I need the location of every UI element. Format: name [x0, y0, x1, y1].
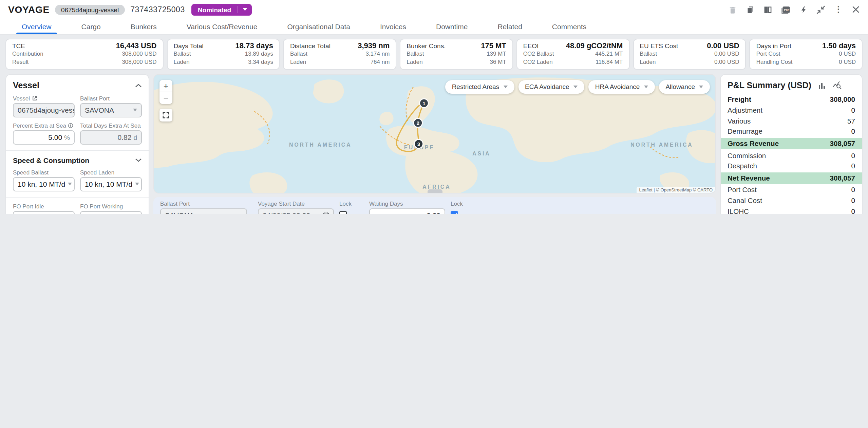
route-map[interactable]: NORTH AMERICA EUROPE ASIA AFRICA NORTH A…: [153, 74, 716, 193]
hra-avoidance-dropdown[interactable]: HRA Avoidance: [588, 80, 655, 93]
map-label-north-america-2: NORTH AMERICA: [630, 142, 693, 147]
zoom-in-button[interactable]: +: [159, 80, 172, 91]
voyage-start-date-input[interactable]: 24/06/25 03:32: [258, 208, 334, 214]
kpi-eu-ets-cost: EU ETS Cost0.00 USD Ballast0.00 USD Lade…: [633, 39, 746, 70]
ballast-port-select[interactable]: SAVONA: [80, 103, 142, 117]
total-days-extra-input: 0.82d: [80, 130, 142, 144]
speed-ballast-select[interactable]: 10 kn, 10 MT/d: [13, 177, 75, 191]
pnl-row: Adjustment0: [728, 105, 855, 116]
left-panel: Vessel Vessel 0675d4ajoug-vessel Ballast…: [5, 74, 149, 214]
pdf-export-icon[interactable]: PDF: [781, 5, 791, 14]
kpi-days-total: Days Total18.73 days Ballast13.89 days L…: [167, 39, 280, 70]
pnl-title: P&L Summary (USD): [728, 80, 811, 90]
pnl-row: Canal Cost0: [728, 196, 855, 206]
app-logo: VOYAGE: [8, 4, 50, 15]
tab-bar: Overview Cargo Bunkers Various Cost/Reve…: [0, 19, 868, 35]
fo-port-working-input[interactable]: 4.00MT/day: [80, 211, 142, 214]
speed-laden-select[interactable]: 10 kn, 10 MT/d: [80, 177, 142, 191]
copy-icon[interactable]: [746, 5, 755, 14]
pnl-gross-revenue-row: Gross Revenue308,057: [721, 138, 862, 150]
map-label-north-america: NORTH AMERICA: [289, 142, 352, 147]
main-content: Vessel Vessel 0675d4ajoug-vessel Ballast…: [0, 72, 868, 214]
collapse-window-icon[interactable]: [816, 5, 825, 14]
pnl-summary-card: P&L Summary (USD) Freight308,000 Adjustm…: [720, 74, 863, 214]
ballast-port-select-2[interactable]: SAVONA: [160, 208, 247, 214]
voyage-number: 737433725003: [130, 5, 185, 14]
tab-cargo[interactable]: Cargo: [67, 19, 116, 34]
restricted-areas-dropdown[interactable]: Restricted Areas: [445, 80, 514, 93]
marker-3[interactable]: 3: [417, 141, 420, 147]
quick-actions-icon[interactable]: [799, 5, 808, 14]
kpi-bunker-cons: Bunker Cons.175 MT Ballast139 MT Laden36…: [400, 39, 513, 70]
pnl-row: Demurrage0: [728, 126, 855, 137]
delete-icon: [728, 5, 737, 14]
vessel-select[interactable]: 0675d4ajoug-vessel: [13, 103, 75, 117]
title-bar: VOYAGE 0675d4ajoug-vessel 737433725003 N…: [0, 0, 868, 19]
speed-consumption-title: Speed & Consumption: [13, 156, 89, 164]
status-badge[interactable]: Nominated: [192, 4, 251, 15]
waiting-days-lock-checkbox[interactable]: [451, 211, 458, 214]
bar-chart-icon[interactable]: [818, 81, 826, 89]
waiting-days-input[interactable]: 0.00: [369, 208, 445, 214]
chevron-up-icon[interactable]: [135, 83, 142, 87]
pnl-row: Various57: [728, 115, 855, 126]
svg-text:PDF: PDF: [784, 8, 790, 11]
tab-bunkers[interactable]: Bunkers: [116, 19, 172, 34]
tab-invoices[interactable]: Invoices: [365, 19, 421, 34]
chevron-down-icon[interactable]: [135, 158, 142, 162]
vessel-section-title: Vessel: [13, 80, 39, 90]
marker-2[interactable]: 2: [417, 120, 419, 126]
status-caret-icon[interactable]: [237, 6, 251, 13]
center-panel: NORTH AMERICA EUROPE ASIA AFRICA NORTH A…: [153, 74, 716, 214]
tab-comments[interactable]: Comments: [537, 19, 602, 34]
voyage-app: VOYAGE 0675d4ajoug-vessel 737433725003 N…: [0, 0, 868, 214]
eca-avoidance-dropdown[interactable]: ECA Avoidance: [518, 80, 584, 93]
status-badge-label: Nominated: [192, 4, 237, 15]
kpi-distance-total: Distance Total3,939 nm Ballast3,174 nm L…: [283, 39, 396, 70]
compare-icon[interactable]: [763, 5, 772, 14]
more-options-icon[interactable]: ⋮: [834, 6, 843, 13]
tab-overview[interactable]: Overview: [7, 19, 67, 34]
pnl-row: Port Cost0: [728, 185, 855, 196]
pnl-net-revenue-row: Net Revenue308,057: [721, 172, 862, 184]
tab-organisational-data[interactable]: Organisational Data: [272, 19, 365, 34]
tab-various-cost-revenue[interactable]: Various Cost/Revenue: [172, 19, 272, 34]
external-link-icon[interactable]: [32, 95, 37, 101]
info-icon[interactable]: [68, 123, 74, 128]
allowance-dropdown[interactable]: Allowance: [659, 80, 710, 93]
map-layer-pills: Restricted Areas ECA Avoidance HRA Avoid…: [445, 80, 710, 93]
map-fit-bounds-button[interactable]: [159, 108, 172, 121]
map-attribution: Leaflet | © OpenStreetMap © CARTO: [637, 186, 715, 192]
percent-extra-at-sea-input[interactable]: 5.00%: [13, 130, 75, 144]
pnl-row: Commission0: [728, 150, 855, 161]
pnl-row: Despatch0: [728, 161, 855, 172]
vessel-chip: 0675d4ajoug-vessel: [55, 4, 125, 15]
marker-1[interactable]: 1: [422, 100, 425, 106]
tab-related[interactable]: Related: [483, 19, 537, 34]
kpi-tce: TCE16,443 USD Contribution308,000 USD Re…: [5, 39, 163, 70]
close-icon[interactable]: [852, 5, 860, 14]
right-panel: P&L Summary (USD) Freight308,000 Adjustm…: [720, 74, 863, 214]
fo-port-idle-input[interactable]: 2.00MT/day: [13, 211, 75, 214]
pnl-row: Freight308,000: [728, 94, 855, 105]
vessel-card: Vessel Vessel 0675d4ajoug-vessel Ballast…: [5, 74, 149, 214]
header-actions: PDF ⋮: [728, 5, 860, 14]
kpi-eeoi: EEOI48.09 gCO2/tNM CO2 Ballast445.21 MT …: [516, 39, 629, 70]
kpi-strip: TCE16,443 USD Contribution308,000 USD Re…: [0, 35, 868, 72]
analysis-icon[interactable]: [833, 81, 842, 90]
map-label-africa: AFRICA: [422, 184, 451, 189]
kpi-days-in-port: Days in Port1.50 days Port Cost0 USD Han…: [750, 39, 863, 70]
zoom-out-button[interactable]: −: [159, 91, 172, 104]
map-resize-handle[interactable]: [427, 189, 442, 192]
pnl-row: ILOHC0: [728, 206, 855, 214]
start-date-lock-checkbox[interactable]: [339, 211, 347, 214]
tab-downtime[interactable]: Downtime: [421, 19, 483, 34]
voyage-start-row: Ballast Port SAVONA Voyage Start Date 24…: [153, 197, 716, 214]
map-label-asia: ASIA: [472, 150, 490, 156]
map-zoom-control: + −: [159, 80, 172, 104]
calendar-icon[interactable]: [323, 212, 329, 214]
